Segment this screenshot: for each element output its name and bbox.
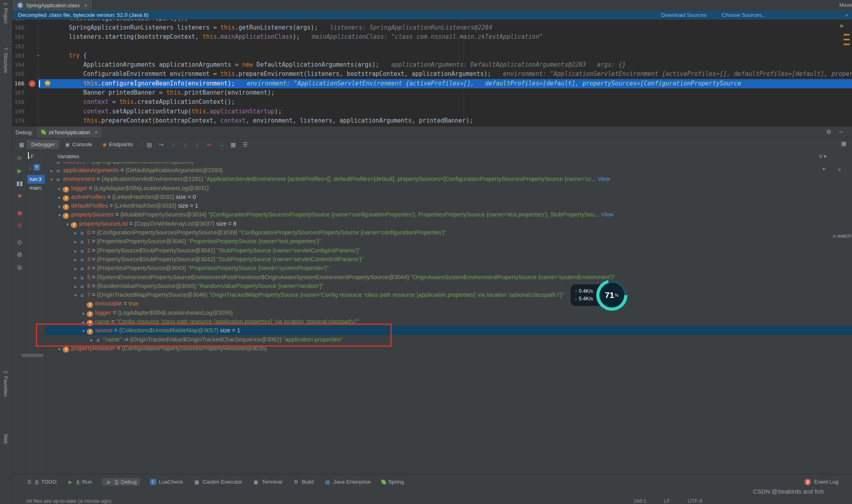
layered-windows-icon[interactable]: ▦	[841, 140, 846, 147]
debug-session-tab[interactable]: zkTestApplication ×	[37, 127, 102, 138]
warning-stripe-mark[interactable]	[844, 34, 850, 36]
editor-gutter[interactable]: 165	[12, 69, 38, 79]
frames-header[interactable]: F ▾	[27, 151, 45, 162]
tool-button-web[interactable]: Web	[3, 434, 8, 444]
tree-expand-icon[interactable]: ▸	[88, 336, 95, 344]
pin-tab-icon[interactable]: ◎	[17, 264, 22, 270]
editor-gutter[interactable]: 170	[12, 116, 38, 125]
tool-button-maven[interactable]: Mave	[839, 2, 852, 8]
statusbar-item-terminal[interactable]: ▣Terminal	[253, 479, 282, 485]
variable-row-item-1[interactable]: ▸≡1 = {PropertiesPropertySource@3040} "P…	[45, 237, 852, 246]
code-line-165[interactable]: 165 ConfigurableEnvironment environment …	[12, 69, 852, 79]
run-to-cursor-icon[interactable]: →	[218, 141, 225, 148]
code-line-170[interactable]: 170 this.prepareContext(bootstrapContext…	[12, 116, 852, 125]
editor-gutter[interactable]: 160	[12, 23, 38, 32]
step-into-icon[interactable]: ↓	[170, 141, 177, 148]
tool-button-favorites[interactable]: 2: Favorites	[3, 371, 8, 397]
warning-stripe-mark[interactable]	[844, 44, 850, 45]
statusbar-item-debug[interactable]: ▶5: Debug	[102, 478, 140, 486]
breakpoint-icon[interactable]: ✓	[29, 80, 36, 87]
variable-row-applicationArguments[interactable]: ▸≡applicationArguments = {DefaultApplica…	[45, 166, 852, 175]
warning-stripe-mark[interactable]	[844, 39, 850, 40]
tree-expand-icon[interactable]: ▸	[80, 309, 87, 317]
tree-collapse-icon[interactable]: ▾	[48, 175, 55, 183]
run-icon[interactable]: ▶	[840, 22, 844, 29]
statusbar-item-luacheck[interactable]: ☾LuaCheck	[150, 479, 183, 485]
resume-program-icon[interactable]: ▶	[17, 167, 22, 174]
editor-gutter[interactable]: 161	[12, 32, 38, 42]
variable-row-source[interactable]: ▾fsource = {Collections$UnmodifiableMap@…	[45, 326, 852, 335]
editor-gutter[interactable]: 169	[12, 107, 38, 116]
more-options-icon[interactable]: ☰	[242, 141, 249, 148]
layout-icon[interactable]: ▤	[146, 141, 153, 148]
variable-row-propertyResolver[interactable]: ▸fpropertyResolver = {ConfigurationPrope…	[45, 344, 852, 353]
tree-expand-icon[interactable]: ▸	[72, 282, 79, 290]
editor-gutter[interactable]: 164	[12, 60, 38, 69]
variable-row-item-7[interactable]: ▾≡7 = {OriginTrackedMapPropertySource@30…	[45, 290, 852, 299]
tree-collapse-icon[interactable]: ▾	[72, 291, 79, 299]
editor-gutter[interactable]: 159	[12, 20, 38, 23]
statusbar-item-todo[interactable]: ☰6: TODO	[26, 479, 57, 485]
code-line-161[interactable]: 161 listeners.starting(bootstrapContext,…	[12, 32, 852, 42]
variable-row-item-5[interactable]: ▸≡5 = {SystemEnvironmentPropertySourceEn…	[45, 273, 852, 282]
stop-process-icon[interactable]: ■	[18, 192, 21, 199]
tree-expand-icon[interactable]: ▸	[72, 238, 79, 246]
tree-expand-icon[interactable]: ▸	[72, 247, 79, 255]
debug-view-tab-endpoints[interactable]: ◉Endpoints	[98, 140, 137, 149]
tree-collapse-icon[interactable]: ▾	[56, 211, 63, 219]
code-line-166[interactable]: 166✓ this.configureIgnoreBeanInfo(enviro…	[12, 79, 852, 88]
filter-icon[interactable]: Y	[34, 164, 40, 171]
code-line-160[interactable]: 160 SpringApplicationRunListeners listen…	[12, 23, 852, 32]
close-icon[interactable]: ×	[84, 2, 87, 8]
gear-icon[interactable]: ⚙	[826, 129, 831, 135]
tree-expand-icon[interactable]: ▸	[56, 202, 63, 210]
code-line-169[interactable]: 169 context.setApplicationStartup(this.a…	[12, 107, 852, 116]
thread-item[interactable]: main:	[27, 184, 45, 192]
variable-row-environment[interactable]: ▾≡environment = {ApplicationServletEnvir…	[45, 175, 852, 183]
event-log-button[interactable]: 2 Event Log	[804, 479, 838, 485]
editor-gutter[interactable]: 167	[12, 88, 38, 97]
view-link[interactable]: View	[598, 176, 610, 182]
statusbar-item-run[interactable]: ▶4: Run	[67, 479, 92, 485]
editor-tab-springapplication[interactable]: C SpringApplication.class ×	[12, 0, 92, 10]
tree-expand-icon[interactable]: ▸	[72, 229, 79, 237]
editor-gutter[interactable]: 168	[12, 97, 38, 107]
caret-position[interactable]: 166:1	[633, 498, 647, 504]
banner-action-link[interactable]: Download Sources	[661, 12, 707, 18]
mute-breakpoints-icon[interactable]: ⊘	[17, 222, 22, 228]
step-out-icon[interactable]: ↑	[194, 141, 201, 148]
force-step-into-icon[interactable]: ↓	[182, 141, 189, 148]
variable-row-item-0[interactable]: ▸≡0 = {ConfigurationPropertySourcesPrope…	[45, 228, 852, 237]
editor-gutter[interactable]: 163▿	[12, 51, 38, 60]
sort-arrow-icon[interactable]: ↓	[29, 165, 32, 171]
encoding-indicator[interactable]: UTF-8	[688, 498, 703, 504]
restore-layout-icon[interactable]: ▦	[16, 141, 27, 148]
variable-row-listeners[interactable]: ≡listeners = {SpringApplicationRunListen…	[45, 162, 852, 166]
variable-row-name[interactable]: ▸fname = "Config resource 'class path re…	[45, 317, 852, 326]
line-ending-indicator[interactable]: LF	[664, 498, 670, 504]
tree-collapse-icon[interactable]: ▾	[80, 327, 87, 335]
variable-row-logger[interactable]: ▸flogger = {LogAdapter$Slf4jLocationAwar…	[45, 184, 852, 192]
code-line-162[interactable]: 162	[12, 42, 852, 51]
code-line-159[interactable]: 159 this.configureHeadlessProperty();	[12, 20, 852, 23]
tool-button-structure[interactable]: 7: Structure	[3, 47, 8, 73]
statusbar-item-java-enterprise[interactable]: ▤Java Enterprise	[324, 479, 371, 485]
variable-row-item-4[interactable]: ▸≡4 = {PropertiesPropertySource@3043} "P…	[45, 264, 852, 272]
banner-action-link[interactable]: Choose Sources...	[722, 12, 766, 18]
drop-frame-icon[interactable]: ↩	[206, 141, 213, 148]
variable-row-logger-2[interactable]: ▸flogger = {LogAdapter$Slf4jLocationAwar…	[45, 308, 852, 317]
debug-view-tab-console[interactable]: ▣Console	[61, 140, 96, 149]
horizontal-scrollbar[interactable]	[21, 354, 44, 357]
tree-expand-icon[interactable]: ▸	[56, 345, 63, 353]
variable-row-propertySourceList[interactable]: ▾fpropertySourceList = {CopyOnWriteArray…	[45, 219, 852, 228]
tree-expand-icon[interactable]: ▸	[48, 167, 55, 175]
tree-expand-icon[interactable]: ▸	[72, 264, 79, 272]
editor-gutter[interactable]: 162	[12, 42, 38, 51]
fold-icon[interactable]: ▿	[37, 51, 40, 60]
tree-collapse-icon[interactable]: ▾	[64, 220, 71, 228]
code-line-164[interactable]: 164 ApplicationArguments applicationArgu…	[12, 60, 852, 69]
debug-settings-gear-icon[interactable]: ⚙	[17, 251, 22, 258]
variable-row-immutable[interactable]: fimmutable = true	[45, 299, 852, 308]
rerun-debug-icon[interactable]: ⟳	[17, 155, 22, 162]
variable-row-propertySources[interactable]: ▾fpropertySources = {MutablePropertySour…	[45, 210, 852, 219]
